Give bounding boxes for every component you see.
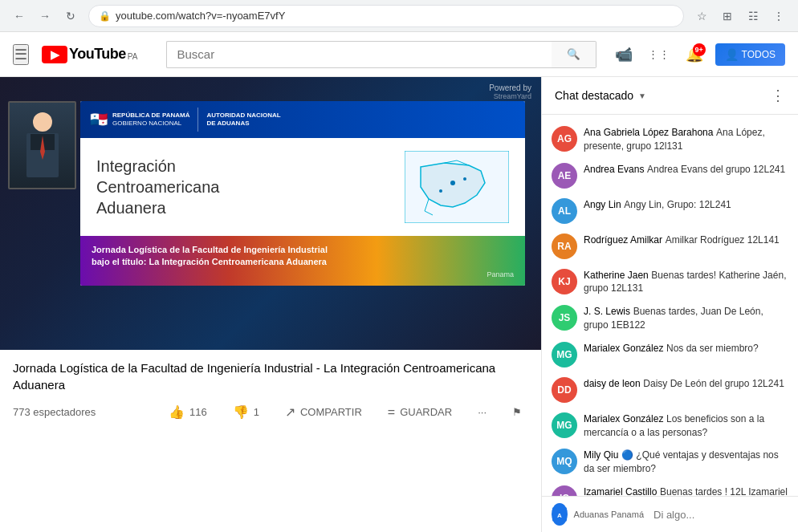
bookmark-list-icon[interactable]: ⊞ bbox=[716, 5, 739, 27]
chat-text: Nos da ser miembro? bbox=[666, 343, 759, 354]
chat-messages-list: AG Ana Gabriela López Barahona Ana López… bbox=[542, 115, 798, 496]
chat-text: Andrea Evans del grupo 12L241 bbox=[647, 164, 785, 175]
chat-message-content: Ana Gabriela López Barahona Ana López, p… bbox=[584, 126, 788, 153]
chat-input[interactable] bbox=[653, 509, 788, 521]
upload-button[interactable]: 📹 bbox=[609, 40, 638, 69]
chat-title: Chat destacado ▼ bbox=[555, 89, 646, 102]
chat-avatar: KJ bbox=[552, 269, 577, 294]
bookmark-icon[interactable]: ☆ bbox=[690, 5, 713, 27]
browser-chrome: ← → ↻ 🔒 youtube.com/watch?v=-nyoamE7vfY … bbox=[0, 0, 798, 32]
url-text: youtube.com/watch?v=-nyoamE7vfY bbox=[116, 10, 285, 22]
main-content: Powered by StreamYard bbox=[0, 77, 798, 532]
account-label: TODOS bbox=[742, 49, 776, 60]
chat-avatar: MG bbox=[552, 342, 577, 368]
thumbs-down-icon: 👎 bbox=[233, 404, 249, 420]
video-stats: 773 espectadores 👍 116 👎 1 ↗ COMPARTIR bbox=[13, 400, 528, 424]
chat-message: RA Rodríguez Amilkar Amilkar Rodríguez 1… bbox=[542, 229, 798, 264]
chat-avatar: AG bbox=[552, 126, 577, 152]
video-title: Jornada Logística de la Facultad de Inge… bbox=[13, 359, 528, 393]
more-icon: ··· bbox=[478, 406, 487, 418]
presentation-slide: 🇵🇦 REPÚBLICA DE PANAMÁ GOBIERNO NACIONAL… bbox=[80, 101, 525, 286]
slide-body: IntegraciónCentroamericanaAduanera bbox=[80, 138, 525, 236]
presenter-thumbnail bbox=[8, 101, 76, 189]
video-actions: 👍 116 👎 1 ↗ COMPARTIR = GUARDAR bbox=[162, 400, 528, 424]
hamburger-button[interactable]: ☰ bbox=[13, 44, 29, 65]
video-background: Powered by StreamYard bbox=[0, 77, 541, 350]
chat-text: Daisy De León del grupo 12L241 bbox=[643, 378, 784, 389]
notifications-button[interactable]: 🔔 9+ bbox=[680, 40, 709, 69]
search-form: 🔍 bbox=[166, 41, 596, 68]
nav-buttons: ← → ↻ bbox=[8, 5, 82, 27]
forward-button[interactable]: → bbox=[34, 5, 56, 27]
chat-message: AG Ana Gabriela López Barahona Ana López… bbox=[542, 121, 798, 158]
chat-message-content: Katherine Jaen Buenas tardes! Katherine … bbox=[584, 269, 788, 296]
svg-point-6 bbox=[439, 189, 442, 193]
apps-button[interactable]: ⋮⋮ bbox=[645, 40, 674, 69]
chat-input-avatar: A bbox=[552, 503, 568, 526]
account-button[interactable]: 👤 TODOS bbox=[715, 43, 785, 66]
chat-message: AL Angy Lin Angy Lin, Grupo: 12L241 bbox=[542, 193, 798, 229]
slide-footer-title: Jornada Logística de la Facultad de Inge… bbox=[92, 244, 514, 269]
video-section: Powered by StreamYard bbox=[0, 77, 541, 532]
channel-label: Aduanas Panamá bbox=[574, 510, 644, 519]
thumbs-up-icon: 👍 bbox=[169, 404, 185, 420]
aduana-label: AUTORIDAD NACIONAL DE ADUANAS bbox=[206, 112, 280, 128]
chat-message-content: daisy de leon Daisy De León del grupo 12… bbox=[584, 377, 788, 391]
search-button[interactable]: 🔍 bbox=[552, 41, 596, 68]
save-button[interactable]: = GUARDAR bbox=[381, 400, 458, 424]
svg-point-5 bbox=[450, 181, 455, 185]
chat-avatar: DD bbox=[552, 377, 577, 403]
chat-username: Ana Gabriela López Barahona bbox=[584, 127, 713, 138]
chat-dropdown-icon[interactable]: ▼ bbox=[638, 91, 646, 100]
save-icon: = bbox=[388, 405, 395, 420]
gobierno-label: GOBIERNO NACIONAL bbox=[112, 120, 189, 128]
svg-point-7 bbox=[463, 177, 466, 181]
share-icon: ↗ bbox=[285, 404, 295, 420]
search-input[interactable] bbox=[166, 41, 551, 68]
svg-text:A: A bbox=[557, 512, 562, 519]
back-button[interactable]: ← bbox=[8, 5, 31, 27]
slide-title: IntegraciónCentroamericanaAduanera bbox=[96, 156, 219, 218]
aduanas-logo: A bbox=[552, 507, 567, 522]
youtube-logo[interactable]: ▶ YouTube PA bbox=[42, 46, 137, 63]
dislike-count: 1 bbox=[254, 406, 259, 418]
youtube-header: ☰ ▶ YouTube PA 🔍 📹 ⋮⋮ 🔔 9+ 👤 TODOS bbox=[0, 32, 798, 77]
chat-username: Angy Lin bbox=[584, 199, 621, 210]
chat-message: DD daisy de leon Daisy De León del grupo… bbox=[542, 372, 798, 408]
chat-avatar: MQ bbox=[552, 449, 577, 474]
presenter-figure bbox=[14, 108, 71, 188]
video-player[interactable]: Powered by StreamYard bbox=[0, 77, 541, 350]
video-camera-icon: 📹 bbox=[615, 46, 633, 63]
report-button[interactable]: ⚑ bbox=[506, 401, 528, 423]
dislike-button[interactable]: 👎 1 bbox=[226, 400, 266, 424]
chat-username: Marialex González bbox=[584, 343, 663, 354]
slide-brand: Panama bbox=[92, 270, 514, 278]
slide-header: 🇵🇦 REPÚBLICA DE PANAMÁ GOBIERNO NACIONAL… bbox=[80, 101, 525, 138]
video-info: Jornada Logística de la Facultad de Inge… bbox=[0, 350, 541, 434]
chat-message: IC Izamariel Castillo Buenas tardes ! 12… bbox=[542, 481, 798, 496]
chat-more-button[interactable]: ⋮ bbox=[771, 87, 785, 104]
address-bar[interactable]: 🔒 youtube.com/watch?v=-nyoamE7vfY bbox=[88, 5, 684, 27]
chat-message-content: Izamariel Castillo Buenas tardes ! 12L I… bbox=[584, 485, 788, 496]
republic-label: REPÚBLICA DE PANAMÁ bbox=[112, 112, 189, 120]
chat-username: Mily Qiu bbox=[584, 449, 618, 461]
more-options-button[interactable]: ··· bbox=[471, 401, 493, 423]
chat-message: AE Andrea Evans Andrea Evans del grupo 1… bbox=[542, 158, 798, 193]
chat-message-content: Angy Lin Angy Lin, Grupo: 12L241 bbox=[584, 198, 788, 212]
chat-message-content: Mily Qiu 🔵 ¿Qué ventajas y desventajas n… bbox=[584, 449, 788, 476]
chat-avatar: JS bbox=[552, 305, 577, 331]
share-button[interactable]: ↗ COMPARTIR bbox=[279, 400, 368, 424]
lock-icon: 🔒 bbox=[99, 10, 111, 22]
flag-icon: ⚑ bbox=[512, 406, 522, 418]
header-actions: 📹 ⋮⋮ 🔔 9+ 👤 TODOS bbox=[609, 40, 785, 69]
apps-grid-icon: ⋮⋮ bbox=[648, 48, 670, 60]
save-label: GUARDAR bbox=[400, 406, 452, 418]
chat-avatar: AE bbox=[552, 163, 577, 189]
extensions-icon[interactable]: ☷ bbox=[742, 5, 764, 27]
browser-actions: ☆ ⊞ ☷ ⋮ bbox=[690, 5, 790, 27]
menu-icon[interactable]: ⋮ bbox=[767, 5, 790, 27]
chat-message: MQ Mily Qiu 🔵 ¿Qué ventajas y desventaja… bbox=[542, 444, 798, 481]
refresh-button[interactable]: ↻ bbox=[59, 5, 82, 27]
like-button[interactable]: 👍 116 bbox=[162, 400, 214, 424]
chat-section: Chat destacado ▼ ⋮ AG Ana Gabriela López… bbox=[541, 77, 798, 532]
